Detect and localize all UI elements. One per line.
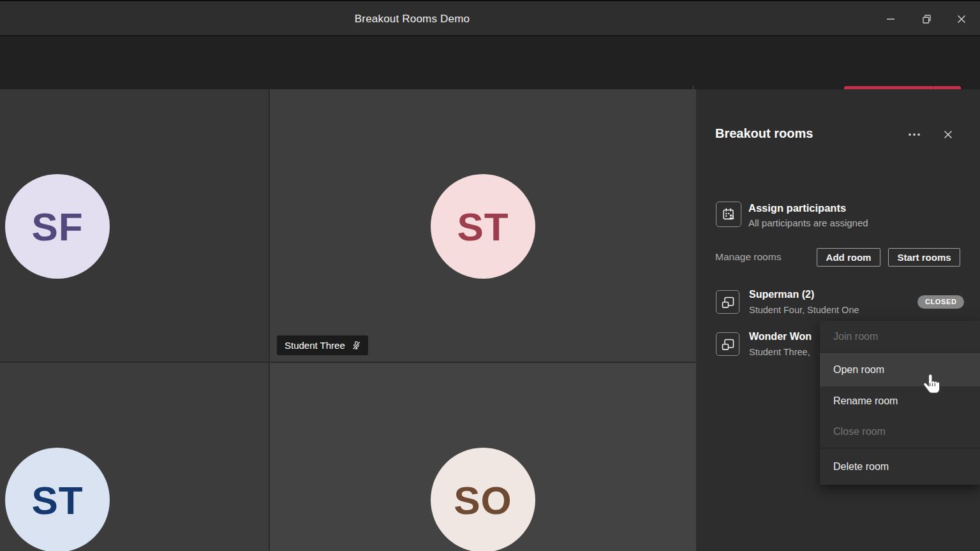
room-icon	[716, 332, 739, 356]
name-tag-label: Student Three	[285, 340, 345, 351]
restore-button[interactable]	[912, 6, 941, 32]
close-icon	[954, 12, 969, 26]
room-name[interactable]: Wonder Won	[749, 331, 812, 342]
breakout-room-icon	[720, 295, 736, 310]
avatar-initials: ST	[457, 204, 509, 249]
room-members: Student Three,	[749, 347, 810, 357]
panel-close-button[interactable]	[937, 125, 960, 144]
teams-window: Breakout Rooms Demo	[0, 0, 980, 551]
avatar: ST	[5, 448, 110, 551]
assign-title: Assign participants	[748, 202, 846, 214]
breakout-room-icon	[720, 337, 736, 352]
avatar: SF	[5, 174, 110, 279]
window-title: Breakout Rooms Demo	[355, 13, 470, 26]
avatar-initials: ST	[31, 478, 83, 523]
menu-item-rename-room[interactable]: Rename room	[820, 386, 980, 416]
menu-item-close-room: Close room	[820, 416, 980, 448]
minimize-button[interactable]	[876, 6, 905, 32]
restore-icon	[919, 12, 933, 26]
manage-rooms-label: Manage rooms	[715, 251, 781, 263]
close-icon	[941, 128, 955, 142]
add-room-button[interactable]: Add room	[817, 248, 880, 267]
panel-title: Breakout rooms	[715, 126, 813, 141]
cursor-pointer	[923, 373, 942, 397]
room-members: Student Four, Student One	[749, 305, 859, 315]
assign-subtitle: All participants are assigned	[748, 217, 868, 228]
start-rooms-button[interactable]: Start rooms	[888, 248, 960, 267]
avatar: ST	[431, 174, 535, 279]
panel-more-button[interactable]	[903, 125, 926, 144]
participant-name-tag: Student Three	[277, 335, 368, 355]
menu-item-delete-room[interactable]: Delete room	[820, 448, 980, 485]
meeting-toolbar: Leave	[0, 36, 980, 89]
avatar-initials: SO	[454, 478, 512, 523]
room-name[interactable]: Superman (2)	[749, 289, 814, 300]
close-window-button[interactable]	[947, 6, 976, 32]
menu-item-join-room: Join room	[820, 321, 980, 352]
closed-badge: CLOSED	[917, 295, 964, 309]
minimize-icon	[884, 12, 898, 26]
room-icon	[716, 290, 739, 314]
mic-muted-icon	[351, 340, 362, 351]
avatar: SO	[431, 448, 535, 551]
ellipsis-icon	[906, 126, 923, 143]
assign-participants-icon	[720, 206, 737, 223]
room-context-menu: Join room Open room Rename room Close ro…	[820, 321, 980, 485]
avatar-initials: SF	[31, 204, 83, 249]
assign-participants-button[interactable]	[716, 202, 741, 227]
menu-item-open-room[interactable]: Open room	[820, 353, 980, 386]
titlebar: Breakout Rooms Demo	[0, 0, 980, 36]
